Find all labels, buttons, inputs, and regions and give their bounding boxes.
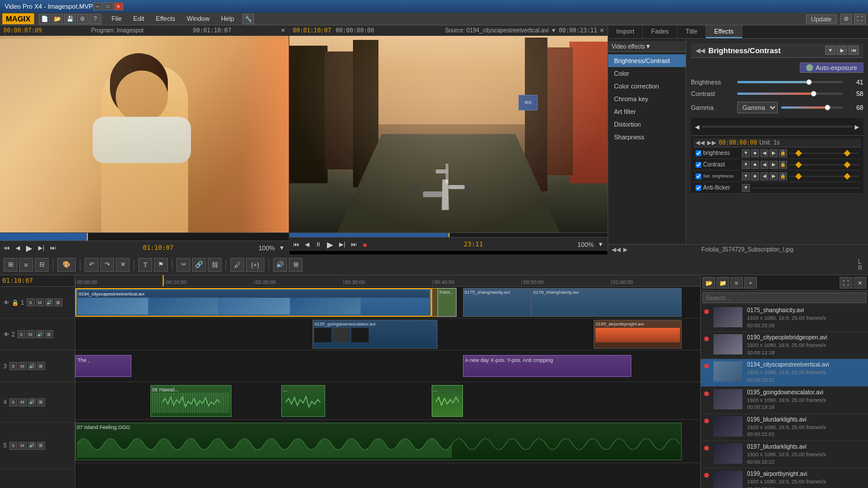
menu-help[interactable]: Help — [215, 14, 240, 24]
close-btn[interactable]: ✕ — [114, 2, 123, 10]
menu-edit[interactable]: Edit — [127, 14, 150, 24]
add-effect-btn[interactable]: {+} — [246, 258, 264, 272]
kf-c-btn-1[interactable]: ▼ — [742, 161, 750, 169]
clip-0175[interactable]: 0175_shanghaicity.avi — [463, 288, 532, 317]
clip-fotolia[interactable]: Fotoi... — [437, 288, 456, 317]
track-1-lock[interactable]: 🔒 — [12, 300, 19, 306]
left-close-icon[interactable]: ✕ — [281, 27, 285, 34]
media-tab-list[interactable]: ≡ — [730, 277, 743, 289]
center-ctrl-end[interactable]: ⏭ — [350, 241, 359, 247]
media-maximize[interactable]: ⛶ — [840, 277, 852, 289]
kf-nav-right[interactable]: ▶▶ — [707, 139, 716, 146]
ctrl-prev-frame-btn[interactable]: ◀ — [14, 245, 22, 251]
track-2-vol[interactable]: 🔊 — [36, 330, 44, 338]
center-dropdown-icon[interactable]: ▼ — [551, 27, 557, 34]
kf-nav-left[interactable]: ◀◀ — [696, 139, 705, 146]
menu-file[interactable]: File — [106, 14, 128, 24]
kf-g-btn-3[interactable]: ◀ — [760, 172, 768, 180]
nav-forward-icon[interactable]: ▶ — [623, 246, 628, 253]
media-item-0199[interactable]: 0199_airportbynight.avi 1920 x 1080, 16:… — [701, 468, 868, 488]
gamma-slider[interactable] — [781, 106, 843, 109]
effects-dropdown-icon[interactable]: ▼ — [645, 43, 651, 50]
tab-import[interactable]: Import — [608, 25, 643, 38]
ctrl-to-start-btn[interactable]: ⏮ — [2, 245, 12, 251]
clip-0194[interactable]: 0194_cityscapestreetvertical.avi — [75, 288, 432, 317]
ctrl-play-btn[interactable]: ▶ — [24, 243, 34, 253]
zoom-down-right[interactable]: ▼ — [596, 241, 605, 247]
media-item-0196[interactable]: 0196_blurdarklights.avi 1920 x 1080, 16:… — [701, 414, 868, 441]
gamma-select[interactable]: Gamma — [737, 102, 778, 113]
auto-exposure-btn[interactable]: Auto-exposure — [800, 62, 863, 73]
fx-btn[interactable]: 🎨 — [57, 258, 76, 272]
clip-0178[interactable]: 0178_shanghaicity.avi — [531, 288, 681, 317]
kf-btn-5[interactable]: 🔒 — [779, 149, 787, 157]
undo-btn[interactable]: ↶ — [84, 258, 98, 272]
track-2-s[interactable]: S — [17, 330, 25, 338]
list-btn[interactable]: ≡ — [19, 258, 33, 272]
kf-antiflicker-checkbox[interactable] — [696, 185, 701, 191]
clip-airport[interactable]: 0195_airportbynight.avi — [594, 320, 681, 349]
kf-brightness-checkbox[interactable] — [696, 150, 701, 156]
kf-c-btn-4[interactable]: ▶ — [770, 161, 778, 169]
track-2-fx[interactable]: ⊞ — [45, 330, 53, 338]
kf-c-btn-2[interactable]: ■ — [751, 161, 759, 169]
redo-btn[interactable]: ↷ — [100, 258, 114, 272]
effect-item-brightness[interactable]: Brightness/Contrast — [608, 54, 686, 67]
kf-c-btn-3[interactable]: ◀ — [760, 161, 768, 169]
effect-item-color-correction[interactable]: Color correction — [608, 80, 686, 93]
paint-btn[interactable]: 🖊 — [230, 258, 244, 272]
center-ctrl-play[interactable]: ▶ — [325, 240, 335, 249]
media-item-0175[interactable]: 0175_shanghaicity.avi 1920 x 1080, 16:9,… — [701, 305, 868, 332]
track-5-fx[interactable]: ⊞ — [37, 442, 45, 450]
settings-btn[interactable]: ⚙ — [840, 14, 852, 24]
kf-contrast-checkbox[interactable] — [696, 162, 701, 168]
kf-btn-3[interactable]: ◀ — [760, 149, 768, 157]
center-timebar[interactable] — [289, 232, 608, 237]
kf-g-btn-2[interactable]: ■ — [751, 172, 759, 180]
track-3-m[interactable]: M — [19, 362, 27, 370]
kf-af-btn-1[interactable]: ▼ — [742, 184, 750, 192]
left-timebar[interactable] — [0, 232, 289, 241]
track-4-m[interactable]: M — [19, 398, 27, 406]
trim-btn[interactable]: ✂ — [176, 258, 190, 272]
contrast-slider[interactable] — [737, 93, 843, 95]
link-btn[interactable]: 🔗 — [192, 258, 206, 272]
track-3-vol[interactable]: 🔊 — [28, 362, 36, 370]
help-icon[interactable]: ? — [90, 14, 101, 24]
kf-btn-2[interactable]: ■ — [751, 149, 759, 157]
media-item-0194[interactable]: 0194_cityscapestreetvertical.avi 1920 x … — [701, 359, 868, 386]
effect-item-chroma-key[interactable]: Chroma key — [608, 93, 686, 105]
clip-anewday[interactable]: A new day X-pos. Y-pos. Anti cropping — [463, 355, 632, 377]
track-1-m[interactable]: M — [36, 298, 44, 306]
kf-g-btn-4[interactable]: ▶ — [770, 172, 778, 180]
clip-the[interactable]: The , — [75, 355, 131, 377]
menu-extra-icon[interactable]: 🔧 — [242, 14, 254, 24]
track-2-visibility[interactable]: 👁 — [3, 331, 9, 338]
delete-btn[interactable]: ✕ — [116, 258, 130, 272]
zoom-down-left[interactable]: ▼ — [277, 245, 286, 251]
kf-g-btn-5[interactable]: 🔒 — [779, 172, 787, 180]
center-ctrl-next[interactable]: ▶| — [337, 241, 347, 247]
unlink-btn[interactable]: ⛓ — [208, 258, 222, 272]
playhead[interactable] — [163, 275, 164, 286]
tab-title[interactable]: Title — [678, 25, 706, 38]
kf-gamma-checkbox[interactable] — [696, 173, 701, 179]
scroll-left-btn[interactable]: ◀ — [693, 124, 701, 130]
media-tab-add[interactable]: + — [744, 277, 757, 289]
minimize-btn[interactable]: ─ — [93, 2, 102, 10]
track-3-s[interactable]: S — [9, 362, 17, 370]
editor-nav-play[interactable]: ▶ — [837, 46, 847, 55]
tab-fades[interactable]: Fades — [643, 25, 678, 38]
center-record-btn[interactable]: ● — [361, 240, 369, 249]
media-tab-folder[interactable]: 📁 — [716, 277, 729, 289]
marker-btn[interactable]: ⚑ — [154, 258, 168, 272]
view-btn[interactable]: ⊞ — [3, 258, 17, 272]
back-nav-icon[interactable]: ◀◀ — [696, 47, 705, 54]
track-1-visibility[interactable]: 👁 — [3, 300, 9, 306]
track-1-s[interactable]: S — [27, 298, 35, 306]
media-item-0190[interactable]: 0190_citypeoplebridgeopen.avi 1920 x 108… — [701, 332, 868, 359]
effect-item-distortion[interactable]: Distortion — [608, 118, 686, 131]
effect-item-color[interactable]: Color — [608, 67, 686, 80]
fullscreen-btn[interactable]: ⛶ — [854, 14, 866, 24]
clip-island-feeling[interactable]: 07 Island Feeling.OGG — [75, 423, 682, 460]
